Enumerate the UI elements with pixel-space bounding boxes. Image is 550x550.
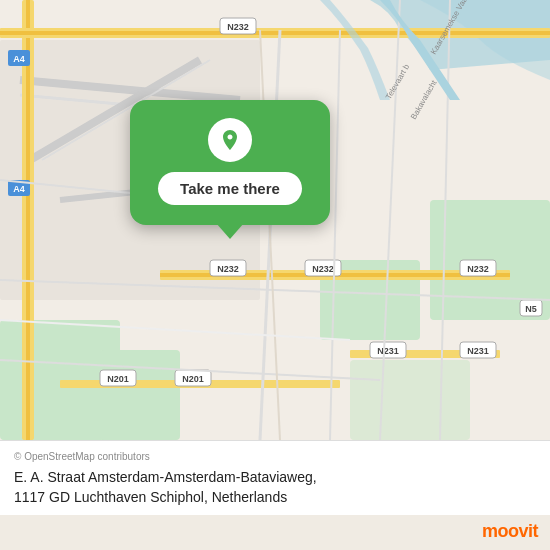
svg-rect-5 [350,360,470,440]
svg-text:N232: N232 [217,264,239,274]
address-line1: E. A. Straat Amsterdam-Amsterdam-Batavia… [14,469,317,485]
map-attribution: © OpenStreetMap contributors [14,451,536,462]
info-bar: © OpenStreetMap contributors E. A. Straa… [0,440,550,515]
svg-text:A4: A4 [13,184,25,194]
svg-text:N5: N5 [525,304,537,314]
pin-svg [218,128,242,152]
location-popup: Take me there [130,100,330,225]
svg-rect-4 [100,350,180,440]
svg-rect-19 [0,31,550,35]
address-line2: 1117 GD Luchthaven Schiphol, Netherlands [14,489,287,505]
app-container: A4 A4 N232 N232 N232 N232 N231 N231 [0,0,550,550]
svg-text:N232: N232 [227,22,249,32]
svg-text:N232: N232 [312,264,334,274]
map-container: A4 A4 N232 N232 N232 N232 N231 N231 [0,0,550,440]
location-pin-icon [208,118,252,162]
moovit-logo: moovit [482,521,538,542]
address-display: E. A. Straat Amsterdam-Amsterdam-Batavia… [14,468,536,507]
svg-text:N201: N201 [182,374,204,384]
svg-text:N201: N201 [107,374,129,384]
svg-text:A4: A4 [13,54,25,64]
svg-text:N231: N231 [377,346,399,356]
svg-text:N232: N232 [467,264,489,274]
moovit-logo-text: moovit [482,521,538,542]
svg-text:N231: N231 [467,346,489,356]
take-me-there-button[interactable]: Take me there [158,172,302,205]
